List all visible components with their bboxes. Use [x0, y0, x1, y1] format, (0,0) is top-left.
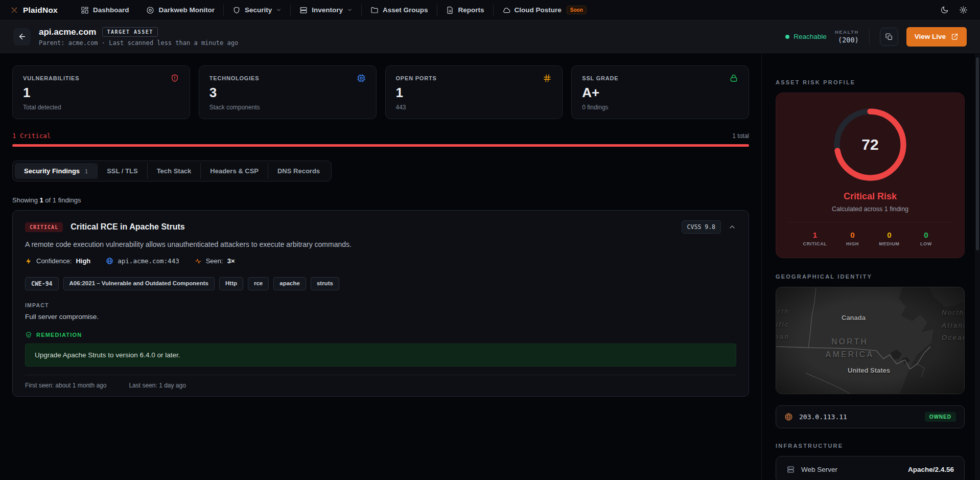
- confidence-item: Confidence: High: [25, 257, 90, 265]
- tag-chip[interactable]: struts: [311, 277, 339, 290]
- brand[interactable]: PlaidNox: [8, 6, 62, 15]
- tab-headers-csp[interactable]: Headers & CSP: [200, 163, 268, 179]
- nav-item-reports[interactable]: Reports: [437, 0, 493, 20]
- count-medium: 0 MEDIUM: [878, 231, 900, 246]
- finding-meta: Confidence: High api.acme.com:443 Seen: …: [25, 257, 736, 265]
- asset-header: api.acme.com TARGET ASSET Parent: acme.c…: [0, 20, 980, 53]
- tag-chip[interactable]: CWE-94: [25, 277, 59, 290]
- finding-footer: First seen: about 1 month ago Last seen:…: [25, 375, 736, 389]
- nav-item-dashboard[interactable]: Dashboard: [72, 0, 138, 20]
- stat-value: A+: [582, 86, 738, 99]
- shield-alert-icon: [170, 74, 179, 83]
- stat-value: 3: [209, 86, 366, 99]
- back-button[interactable]: [13, 28, 31, 45]
- health-label: HEALTH: [835, 29, 859, 35]
- seen-item: Seen: 3×: [195, 257, 235, 265]
- cvss-badge: CVSS 9.8: [682, 220, 721, 234]
- nav-list: Dashboard Darkweb Monitor Security Inven…: [72, 0, 595, 20]
- activity-icon: [195, 258, 202, 265]
- cpu-icon: [357, 74, 366, 83]
- asset-header-right: Reachable HEALTH (200) View Live: [785, 27, 967, 47]
- brand-name: PlaidNox: [23, 6, 58, 15]
- severity-left-label: 1 Critical: [12, 132, 51, 140]
- zap-icon: [25, 258, 32, 265]
- tag-chip[interactable]: Http: [219, 277, 243, 290]
- status-dot: [785, 35, 789, 39]
- status-badge: Reachable: [785, 33, 827, 40]
- tab-bar: Security Findings 1 SSL / TLS Tech Stack…: [12, 161, 332, 181]
- shield-check-icon: [25, 331, 32, 338]
- settings-gear-icon[interactable]: [959, 6, 968, 14]
- tab-dns-records[interactable]: DNS Records: [268, 163, 329, 179]
- confidence-value: High: [76, 257, 90, 265]
- tag-chip[interactable]: A06:2021 – Vulnerable and Outdated Compo…: [63, 277, 215, 290]
- tab-ssl-tls[interactable]: SSL / TLS: [97, 163, 147, 179]
- dark-mode-moon-icon[interactable]: [940, 6, 949, 14]
- tab-count: 1: [85, 168, 88, 174]
- infra-value: Apache/2.4.56: [908, 466, 954, 473]
- copy-icon: [885, 33, 893, 41]
- nav-item-cloud-posture[interactable]: Cloud Posture Soon: [494, 0, 595, 20]
- stat-card-ssl-grade: SSL GRADE A+ 0 findings: [571, 65, 749, 119]
- lock-icon: [729, 74, 738, 83]
- stat-sub: 443: [396, 104, 552, 111]
- nav-item-inventory[interactable]: Inventory: [291, 0, 361, 20]
- hash-icon: [543, 74, 552, 83]
- divider: [869, 29, 870, 44]
- finding-card: CRITICAL Critical RCE in Apache Struts C…: [12, 210, 749, 397]
- cloud-icon: [502, 6, 510, 14]
- finding-title: Critical RCE in Apache Struts: [71, 222, 184, 232]
- folder-icon: [370, 6, 379, 14]
- copy-button[interactable]: [880, 28, 898, 46]
- map-label-pacific: North Pacific Ocean: [776, 306, 789, 344]
- view-live-button[interactable]: View Live: [906, 27, 967, 47]
- finding-tags: CWE-94 A06:2021 – Vulnerable and Outdate…: [25, 277, 736, 290]
- remediation-box: Upgrade Apache Struts to version 6.4.0 o…: [25, 344, 736, 367]
- map-label-continent: NORTH AMERICA: [825, 336, 874, 361]
- map-label-united-states: United States: [848, 367, 890, 374]
- ip-address: 203.0.113.11: [799, 413, 847, 421]
- risk-label: Critical Risk: [788, 191, 952, 202]
- count-critical: 1 CRITICAL: [803, 231, 827, 246]
- count-low: 0 LOW: [915, 231, 937, 246]
- stat-sub: Total detected: [23, 104, 179, 111]
- seen-value: 3×: [227, 257, 235, 265]
- tab-security-findings[interactable]: Security Findings 1: [15, 163, 97, 179]
- infra-row-web-server: Web Server Apache/2.4.56: [786, 458, 954, 480]
- health-block: HEALTH (200): [835, 29, 859, 44]
- nav-item-darkweb-monitor[interactable]: Darkweb Monitor: [137, 0, 223, 20]
- nav-item-security[interactable]: Security: [224, 0, 290, 20]
- tag-chip[interactable]: apache: [273, 277, 306, 290]
- map-label-canada: Canada: [842, 314, 866, 322]
- infra-section-header: INFRASTRUCTURE: [776, 443, 965, 449]
- top-nav: PlaidNox Dashboard Darkweb Monitor Secur…: [0, 0, 980, 20]
- asset-subtitle: Parent: acme.com · Last scanned less tha…: [39, 39, 238, 47]
- map-label-atlantic: North Atlantic Ocean: [942, 307, 965, 345]
- impact-label: IMPACT: [25, 302, 736, 308]
- brand-logo-icon: [10, 6, 18, 14]
- risk-profile-card: 72 Critical Risk Calculated across 1 fin…: [776, 93, 965, 258]
- server-stack-icon: [299, 6, 308, 14]
- geo-section-header: GEOGRAPHICAL IDENTITY: [776, 273, 965, 280]
- stat-card-technologies: TECHNOLOGIES 3 Stack components: [199, 65, 377, 119]
- health-value: (200): [838, 36, 859, 44]
- tag-chip[interactable]: rce: [248, 277, 269, 290]
- risk-section-header: ASSET RISK PROFILE: [776, 79, 965, 85]
- target-icon: [146, 6, 154, 14]
- tab-tech-stack[interactable]: Tech Stack: [147, 163, 201, 179]
- stat-value: 1: [396, 86, 552, 99]
- chevron-up-icon[interactable]: [728, 223, 736, 231]
- scrollbar-thumb[interactable]: [976, 57, 979, 250]
- chevron-down-icon: [347, 7, 353, 13]
- results-count: Showing 1 of 1 findings: [12, 196, 749, 204]
- risk-score: 72: [832, 106, 908, 183]
- nav-item-asset-groups[interactable]: Asset Groups: [362, 0, 437, 20]
- finding-description: A remote code execution vulnerability al…: [25, 240, 736, 248]
- target-asset-badge: TARGET ASSET: [102, 27, 157, 37]
- risk-gauge: 72: [832, 106, 908, 183]
- geo-map[interactable]: Canada NORTH AMERICA United States North…: [776, 287, 965, 394]
- finding-header[interactable]: CRITICAL Critical RCE in Apache Struts C…: [25, 220, 736, 234]
- remediation-header: REMEDIATION: [25, 331, 736, 338]
- shield-icon: [232, 6, 241, 14]
- severity-counts: 1 CRITICAL 0 HIGH 0 MEDIUM 0 LOW: [788, 231, 952, 246]
